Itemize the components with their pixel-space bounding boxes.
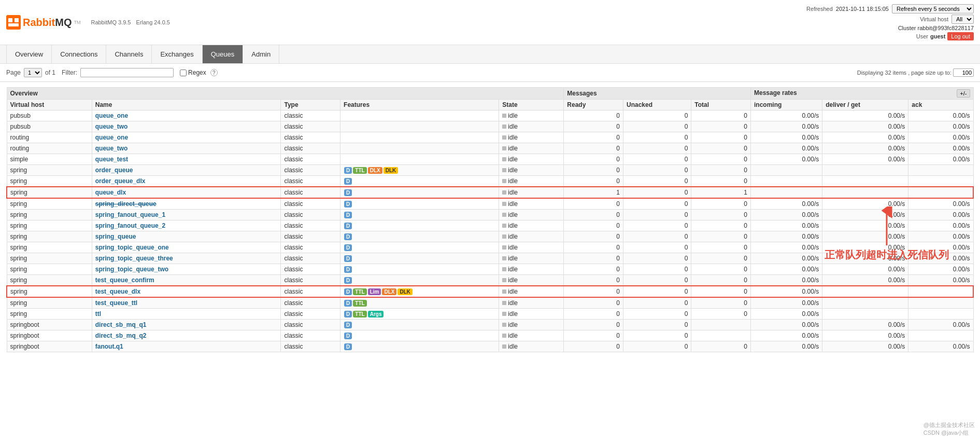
table-row[interactable]: spring spring_topic_queue_two classic D … xyxy=(7,264,973,275)
table-row[interactable]: springboot fanout.q1 classic D idle 0 0 … xyxy=(7,341,973,352)
cell-name[interactable]: spring_fanout_queue_1 xyxy=(92,210,281,220)
cell-vhost: spring xyxy=(7,198,92,210)
state-dot xyxy=(502,278,506,282)
cell-ready: 0 xyxy=(564,154,623,165)
table-row[interactable]: spring spring_queue classic D idle 0 0 0… xyxy=(7,231,973,242)
cell-total: 0 xyxy=(691,143,751,154)
cell-incoming: 0.00/s xyxy=(750,320,822,330)
table-row[interactable]: spring spring_fanout_queue_1 classic D i… xyxy=(7,210,973,220)
cell-name[interactable]: queue_dlx xyxy=(92,187,281,198)
cell-vhost: spring xyxy=(7,275,92,286)
table-row[interactable]: pubsub queue_one classic idle 0 0 0 0.00… xyxy=(7,111,973,121)
cell-features: DTTLDLXDLK xyxy=(340,165,499,176)
refresh-select[interactable]: Refresh every 5 seconds Refresh every 10… xyxy=(892,4,974,13)
cell-features: D xyxy=(340,341,499,352)
cell-name[interactable]: queue_one xyxy=(92,132,281,143)
table-row[interactable]: springboot direct_sb_mq_q1 classic D idl… xyxy=(7,320,973,330)
cell-name[interactable]: spring_direct_queue xyxy=(92,198,281,210)
cell-features: D xyxy=(340,210,499,220)
table-row[interactable]: spring spring_topic_queue_one classic D … xyxy=(7,242,973,253)
cell-state: idle xyxy=(499,286,564,297)
cell-type: classic xyxy=(281,309,340,320)
table-row[interactable]: spring spring_direct_queue classic D idl… xyxy=(7,198,973,210)
col-total-header: Total xyxy=(691,100,751,111)
cell-deliver: 0.00/s xyxy=(822,330,908,341)
page-size-input[interactable] xyxy=(953,68,974,77)
cell-name[interactable]: queue_two xyxy=(92,121,281,132)
nav-connections[interactable]: Connections xyxy=(52,45,106,63)
cell-name[interactable]: spring_queue xyxy=(92,231,281,242)
table-row[interactable]: spring test_queue_dlx classic DTTLLimDLX… xyxy=(7,286,973,297)
cell-name[interactable]: queue_one xyxy=(92,111,281,121)
cell-name[interactable]: spring_fanout_queue_2 xyxy=(92,220,281,231)
feature-badge-D: D xyxy=(344,300,352,307)
cell-type: classic xyxy=(281,286,340,297)
table-row[interactable]: pubsub queue_two classic idle 0 0 0 0.00… xyxy=(7,121,973,132)
plus-minus-button[interactable]: +/- xyxy=(957,89,970,98)
table-row[interactable]: routing queue_one classic idle 0 0 0 0.0… xyxy=(7,132,973,143)
cell-deliver: 0.00/s xyxy=(822,220,908,231)
col-ready-header: Ready xyxy=(564,100,623,111)
cell-vhost: springboot xyxy=(7,320,92,330)
regex-label[interactable]: Regex xyxy=(180,69,206,76)
cell-vhost: spring xyxy=(7,286,92,297)
cell-type: classic xyxy=(281,231,340,242)
logout-button[interactable]: Log out xyxy=(947,32,974,40)
table-row[interactable]: routing queue_two classic idle 0 0 0 0.0… xyxy=(7,143,973,154)
regex-checkbox[interactable] xyxy=(180,70,187,76)
cell-total: 0 xyxy=(691,165,751,176)
cell-ready: 0 xyxy=(564,330,623,341)
cell-name[interactable]: test_queue_confirm xyxy=(92,275,281,286)
table-row[interactable]: spring test_queue_ttl classic DTTL idle … xyxy=(7,297,973,309)
cell-name[interactable]: direct_sb_mq_q1 xyxy=(92,320,281,330)
cell-name[interactable]: spring_topic_queue_three xyxy=(92,253,281,264)
table-row[interactable]: spring spring_topic_queue_three classic … xyxy=(7,253,973,264)
cell-incoming: 0.00/s xyxy=(750,330,822,341)
cell-name[interactable]: ttl xyxy=(92,309,281,320)
cell-name[interactable]: queue_two xyxy=(92,143,281,154)
feature-badge-D: D xyxy=(344,223,352,229)
vhost-select[interactable]: All xyxy=(951,15,974,24)
cell-deliver: 0.00/s xyxy=(822,198,908,210)
nav-admin[interactable]: Admin xyxy=(243,45,279,63)
cell-ack: 0.00/s xyxy=(908,121,973,132)
state-text: idle xyxy=(508,177,518,185)
main-content: Overview Messages Message rates +/- Virt… xyxy=(0,82,980,357)
cell-name[interactable]: spring_topic_queue_one xyxy=(92,242,281,253)
table-row[interactable]: spring order_queue classic DTTLDLXDLK id… xyxy=(7,165,973,176)
state-dot xyxy=(502,323,506,327)
nav-overview[interactable]: Overview xyxy=(6,45,52,63)
cell-name[interactable]: fanout.q1 xyxy=(92,341,281,352)
state-text: idle xyxy=(508,277,518,284)
filter-input[interactable] xyxy=(80,68,174,77)
table-row[interactable]: spring ttl classic DTTLArgs idle 0 0 0 0… xyxy=(7,309,973,320)
cell-name[interactable]: test_queue_dlx xyxy=(92,286,281,297)
table-row[interactable]: springboot direct_sb_mq_q2 classic D idl… xyxy=(7,330,973,341)
page-of: of 1 xyxy=(45,69,55,76)
cell-ready: 0 xyxy=(564,341,623,352)
table-row[interactable]: simple queue_test classic idle 0 0 0 0.0… xyxy=(7,154,973,165)
state-dot xyxy=(502,267,506,271)
nav-queues[interactable]: Queues xyxy=(203,45,244,63)
table-row[interactable]: spring queue_dlx classic D idle 1 0 1 xyxy=(7,187,973,198)
table-row[interactable]: spring order_queue_dlx classic D idle 0 … xyxy=(7,176,973,187)
cluster-name: rabbit@993fc8228117 xyxy=(918,25,974,31)
cell-name[interactable]: test_queue_ttl xyxy=(92,297,281,309)
table-row[interactable]: spring test_queue_confirm classic D idle… xyxy=(7,275,973,286)
cell-ready: 0 xyxy=(564,176,623,187)
cell-name[interactable]: order_queue_dlx xyxy=(92,176,281,187)
table-row[interactable]: spring spring_fanout_queue_2 classic D i… xyxy=(7,220,973,231)
nav-channels[interactable]: Channels xyxy=(106,45,152,63)
cell-name[interactable]: spring_topic_queue_two xyxy=(92,264,281,275)
cell-name[interactable]: queue_test xyxy=(92,154,281,165)
cell-ack: 0.00/s xyxy=(908,242,973,253)
cell-state: idle xyxy=(499,220,564,231)
cell-name[interactable]: direct_sb_mq_q2 xyxy=(92,330,281,341)
help-icon[interactable]: ? xyxy=(210,69,218,76)
page-select[interactable]: 1 xyxy=(24,68,42,77)
cell-type: classic xyxy=(281,330,340,341)
nav-exchanges[interactable]: Exchanges xyxy=(152,45,202,63)
col-type-header: Type xyxy=(281,100,340,111)
cell-name[interactable]: order_queue xyxy=(92,165,281,176)
feature-badge-Args: Args xyxy=(368,311,384,317)
